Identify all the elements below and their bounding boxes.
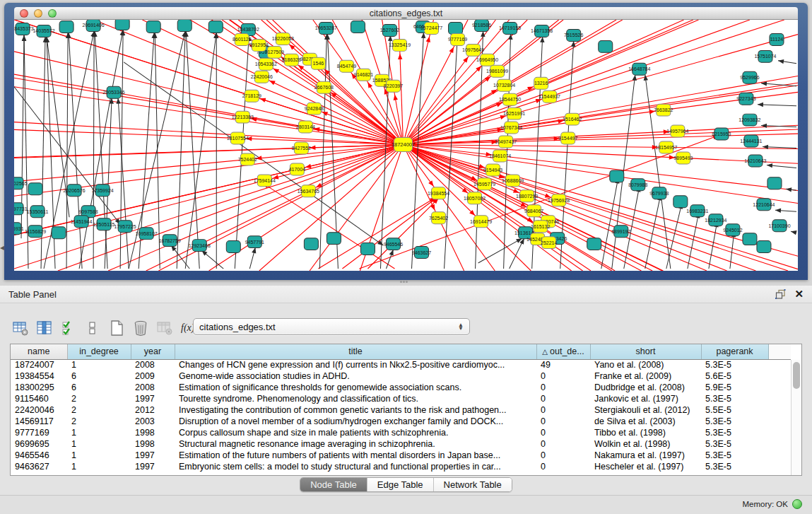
column-header-pagerank[interactable]: pagerank [701, 344, 768, 359]
table-cell[interactable]: 5.6E-5 [701, 370, 768, 382]
select-columns-icon[interactable] [58, 317, 79, 339]
table-row[interactable]: 1938455462009Genome-wide association stu… [11, 370, 791, 382]
table-cell[interactable] [768, 416, 791, 427]
table-cell[interactable]: 14569117 [11, 416, 67, 427]
table-cell[interactable]: Tourette syndrome. Phenomenology and cla… [175, 393, 536, 404]
table-cell[interactable]: Nakamura et al. (1997) [590, 450, 701, 461]
network-canvas[interactable]: 1843537314035572206914061843870279572241… [14, 20, 798, 271]
table-cell[interactable]: Franke et al. (2009) [590, 370, 701, 382]
close-window-icon[interactable] [20, 9, 28, 18]
table-row[interactable]: 1456911722003Disruption of a novel membe… [11, 416, 791, 427]
table-cell[interactable]: 5.3E-5 [701, 427, 768, 438]
table-cell[interactable]: 0 [536, 438, 590, 450]
table-cell[interactable]: 9463627 [11, 461, 67, 472]
table-cell[interactable]: Tibbo et al. (1998) [590, 427, 701, 438]
table-cell[interactable] [768, 461, 791, 472]
table-row[interactable]: 946362711997Embryonic stem cells: a mode… [11, 461, 791, 472]
table-cell[interactable]: 5.3E-5 [701, 450, 768, 461]
table-cell[interactable]: 0 [536, 382, 590, 393]
table-cell[interactable]: Corpus callosum shape and size in male p… [175, 427, 536, 438]
table-cell[interactable]: Changes of HCN gene expression and I(f) … [175, 359, 536, 370]
table-mode-icon[interactable] [10, 317, 31, 339]
table-cell[interactable]: 5.5E-5 [701, 404, 768, 416]
table-cell[interactable]: 0 [536, 427, 590, 438]
column-header-year[interactable]: year [131, 344, 175, 359]
table-cell[interactable]: 5.3E-5 [701, 359, 768, 370]
table-cell[interactable]: Wolkin et al. (1998) [590, 438, 701, 450]
table-cell[interactable]: 5.3E-5 [701, 438, 768, 450]
table-cell[interactable]: 1997 [131, 461, 175, 472]
float-panel-icon[interactable] [775, 289, 786, 299]
column-header-title[interactable]: title [175, 344, 536, 359]
table-cell[interactable]: 2 [67, 393, 131, 404]
table-cell[interactable]: 1998 [131, 427, 175, 438]
table-cell[interactable] [768, 359, 791, 370]
table-cell[interactable]: 1 [67, 359, 131, 370]
table-cell[interactable]: Hescheler et al. (1997) [590, 461, 701, 472]
panel-collapse-arrow[interactable]: ◀ [0, 245, 4, 251]
table-cell[interactable]: 2008 [131, 359, 175, 370]
table-cell[interactable] [768, 382, 791, 393]
table-cell[interactable]: 0 [536, 404, 590, 416]
table-cell[interactable]: Disruption of a novel member of a sodium… [175, 416, 536, 427]
table-cell[interactable]: 2 [67, 416, 131, 427]
new-column-icon[interactable] [106, 317, 127, 339]
scrollbar-thumb[interactable] [793, 362, 800, 389]
table-cell[interactable]: 1 [67, 450, 131, 461]
table-cell[interactable] [768, 404, 791, 416]
table-cell[interactable]: Stergiakouli et al. (2012) [590, 404, 701, 416]
table-cell[interactable]: 5.3E-5 [701, 416, 768, 427]
table-cell[interactable] [768, 393, 791, 404]
table-cell[interactable]: 9115460 [11, 393, 67, 404]
table-cell[interactable]: Yano et al. (2008) [590, 359, 701, 370]
table-cell[interactable]: 0 [536, 450, 590, 461]
network-view-frame[interactable]: citations_edges.txt 18435373140355722069… [4, 3, 808, 280]
table-cell[interactable]: 1998 [131, 438, 175, 450]
table-cell[interactable]: 22420046 [11, 404, 67, 416]
table-cell[interactable]: 49 [536, 359, 590, 370]
show-column-icon[interactable] [34, 317, 55, 339]
column-header-in-degree[interactable]: in_degree [67, 344, 131, 359]
minimize-window-icon[interactable] [34, 9, 42, 18]
table-cell[interactable]: 2012 [131, 404, 175, 416]
table-cell[interactable]: 2003 [131, 416, 175, 427]
table-cell[interactable]: 5.3E-5 [701, 393, 768, 404]
table-cell[interactable]: Estimation of significance thresholds fo… [175, 382, 536, 393]
table-cell[interactable]: 19384554 [11, 370, 67, 382]
table-row[interactable]: 977716911998Corpus callosum shape and si… [11, 427, 791, 438]
table-cell[interactable]: 6 [67, 382, 131, 393]
table-cell[interactable]: 0 [536, 393, 590, 404]
table-cell[interactable]: Estimation of the future numbers of pati… [175, 450, 536, 461]
tab-network-table[interactable]: Network Table [434, 478, 512, 491]
table-row[interactable]: 2242004622012Investigating the contribut… [11, 404, 791, 416]
row-height-icon[interactable] [82, 317, 103, 339]
table-cell[interactable]: 5.3E-5 [701, 461, 768, 472]
delete-column-trash-icon[interactable] [130, 317, 151, 339]
table-cell[interactable]: 0 [536, 416, 590, 427]
table-row[interactable]: 969969511998Structural magnetic resonanc… [11, 438, 791, 450]
table-cell[interactable]: 1997 [131, 393, 175, 404]
zoom-window-icon[interactable] [48, 9, 57, 18]
table-cell[interactable]: 2008 [131, 382, 175, 393]
table-cell[interactable]: 9699695 [11, 438, 67, 450]
table-cell[interactable]: 5.9E-5 [701, 382, 768, 393]
table-cell[interactable]: 18300295 [11, 382, 67, 393]
table-cell[interactable]: 1997 [131, 450, 175, 461]
table-cell[interactable]: 2009 [131, 370, 175, 382]
table-cell[interactable] [768, 450, 791, 461]
table-cell[interactable] [768, 438, 791, 450]
table-cell[interactable]: 0 [536, 461, 590, 472]
table-cell[interactable]: 18724007 [11, 359, 67, 370]
table-cell[interactable]: Genome-wide association studies in ADHD. [175, 370, 536, 382]
table-row[interactable]: 1872400712008Changes of HCN gene express… [11, 359, 791, 370]
table-cell[interactable] [768, 370, 791, 382]
table-cell[interactable]: Dudbridge et al. (2008) [590, 382, 701, 393]
column-header-short[interactable]: short [590, 344, 701, 359]
close-panel-icon[interactable]: ✕ [794, 289, 804, 299]
column-header-name[interactable]: name [11, 344, 67, 359]
table-row[interactable]: 911546021997Tourette syndrome. Phenomeno… [11, 393, 791, 404]
tab-edge-table[interactable]: Edge Table [367, 478, 434, 491]
network-window-titlebar[interactable]: citations_edges.txt [14, 7, 798, 20]
split-pane-handle[interactable] [400, 281, 408, 285]
table-cell[interactable]: Investigating the contribution of common… [175, 404, 536, 416]
